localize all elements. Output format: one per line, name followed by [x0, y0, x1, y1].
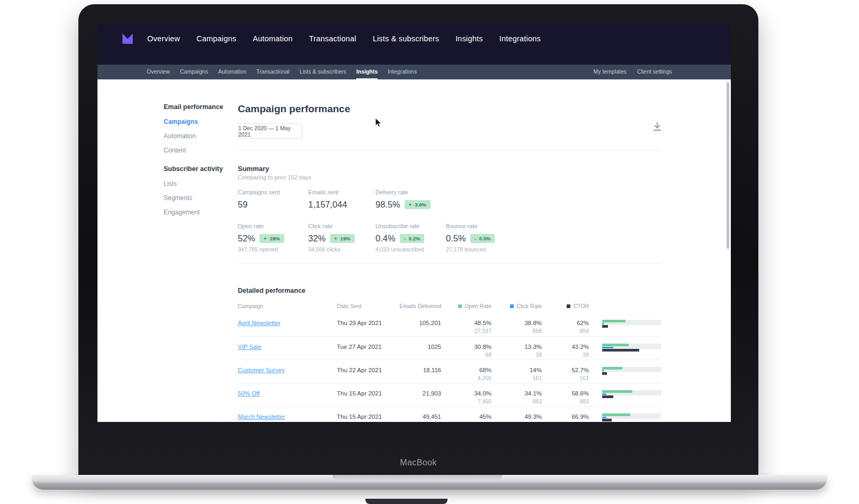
ctor-cell: 66.9%2,504	[542, 407, 589, 422]
date-sent: Thu 15 Apr 2021	[337, 383, 395, 406]
metric-bounce-rate: Bounce rate 0.5%-0.5% 27,178 bounced	[446, 223, 515, 253]
col-campaign: Campaign	[238, 303, 337, 309]
rate-bars-chart	[602, 390, 661, 399]
col-emails-delivered: Emails Delivered	[395, 303, 441, 309]
campaign-link[interactable]: Customer Survey	[238, 367, 285, 373]
metric-label: Campaigns sent	[238, 189, 307, 195]
subnav-insights-active[interactable]: Insights	[356, 65, 378, 79]
delta-badge: -0.2%	[400, 234, 425, 243]
sidebar-item-automation[interactable]: Automation	[164, 132, 235, 140]
date-range-picker[interactable]: 1 Dec 2020 — 1 May 2021	[238, 123, 302, 139]
my-templates-link[interactable]: My templates	[594, 65, 627, 79]
laptop-base	[32, 475, 827, 490]
metric-value: 52%	[238, 233, 255, 243]
click-rate-cell: 34.1%883	[491, 383, 542, 406]
open-rate-cell: 30.8%88	[441, 337, 491, 359]
emails-delivered: 105,201	[395, 313, 441, 336]
nav-campaigns[interactable]: Campaigns	[196, 31, 236, 46]
metric-value: 0.5%	[446, 233, 466, 243]
sidebar-item-segments[interactable]: Segments	[164, 194, 235, 202]
subnav-automation[interactable]: Automation	[218, 65, 246, 79]
date-sent: Thu 29 Apr 2021	[337, 313, 395, 336]
date-sent: Thu 15 Apr 2021	[337, 407, 395, 422]
download-report-button[interactable]	[651, 121, 663, 132]
col-date-sent: Date Sent	[337, 303, 395, 309]
divider	[238, 263, 661, 264]
macbook-brand-label: MacBook	[78, 458, 758, 467]
download-icon	[651, 121, 663, 132]
ctor-cell: 43.2%38	[542, 337, 589, 359]
table-row: March Newsletter Thu 15 Apr 2021 49,451 …	[238, 406, 661, 422]
nav-lists-subscribers[interactable]: Lists & subscribers	[373, 31, 439, 46]
subnav-campaigns[interactable]: Campaigns	[180, 65, 208, 79]
sidebar-title-email-performance: Email performance	[164, 103, 235, 111]
table-header: Campaign Date Sent Emails Delivered Open…	[238, 299, 661, 313]
nav-transactional[interactable]: Transactional	[309, 31, 356, 46]
detailed-performance-heading: Detailed performance	[238, 287, 306, 294]
metric-label: Click rate	[308, 223, 377, 229]
rate-bars-chart	[602, 366, 661, 375]
rate-bars-chart	[602, 413, 661, 422]
open-rate-cell: 45%15,662	[441, 407, 491, 422]
subnav-overview[interactable]: Overview	[147, 65, 170, 79]
emails-delivered: 49,451	[395, 407, 441, 422]
campaign-link[interactable]: VIP Sale	[238, 344, 262, 350]
metric-value: 59	[238, 200, 247, 209]
subnav-lists-subscribers[interactable]: Lists & subscribers	[300, 65, 346, 79]
emails-delivered: 18,116	[395, 360, 441, 383]
nav-insights[interactable]: Insights	[455, 31, 483, 46]
date-sent: Thu 22 Apr 2021	[337, 360, 395, 383]
ctor-cell: 52.7%161	[542, 360, 589, 383]
nav-overview[interactable]: Overview	[147, 31, 180, 46]
delta-badge: +19%	[330, 234, 355, 243]
open-rate-cell: 34.0%7,450	[441, 383, 491, 406]
col-open-rate: Open Rate	[441, 303, 491, 309]
open-rate-cell: 48.5%27,537	[441, 313, 491, 336]
rate-bars-chart	[602, 319, 661, 328]
campaign-link[interactable]: March Newsletter	[238, 413, 285, 420]
mouse-cursor	[375, 118, 382, 128]
col-click-rate: Click Rate	[491, 303, 542, 309]
table-row: 50% Off Thu 15 Apr 2021 21,903 34.0%7,45…	[238, 383, 661, 406]
primary-nav-items: Overview Campaigns Automation Transactio…	[147, 31, 541, 46]
metric-unsubscribe-rate: Unsubscribe rate 0.4%-0.2% 4,033 unsubsc…	[375, 223, 444, 253]
subnav-integrations[interactable]: Integrations	[388, 65, 417, 79]
insights-sidebar: Email performance Campaigns Automation C…	[164, 103, 235, 223]
table-row: Customer Survey Thu 22 Apr 2021 18,116 6…	[238, 359, 661, 383]
scrollbar-thumb[interactable]	[727, 82, 729, 249]
app-window: Overview Campaigns Automation Transactio…	[97, 24, 731, 422]
delta-badge: -0.5%	[470, 234, 495, 243]
campaign-link[interactable]: April Newsletter	[238, 320, 281, 326]
subnav-transactional[interactable]: Transactional	[256, 65, 290, 79]
click-rate-legend-icon	[510, 304, 514, 308]
metric-delivery-rate: Delivery rate 98.5%+3.6%	[375, 189, 444, 210]
sidebar-section-subscriber-activity: Subscriber activity Lists Segments Engag…	[164, 165, 235, 216]
ctor-legend-icon	[567, 304, 570, 308]
nav-integrations[interactable]: Integrations	[499, 31, 541, 46]
laptop-screen: Overview Campaigns Automation Transactio…	[78, 4, 758, 475]
page-title: Campaign performance	[238, 103, 350, 115]
delta-badge: +28%	[260, 234, 284, 243]
open-rate-legend-icon	[458, 304, 462, 308]
ctor-cell: 58.6%883	[542, 383, 589, 406]
brand-logo-icon[interactable]	[121, 32, 135, 46]
client-settings-link[interactable]: Client settings	[637, 65, 672, 79]
metric-campaigns-sent: Campaigns sent 59	[238, 189, 307, 210]
sidebar-item-content[interactable]: Content	[164, 147, 235, 154]
laptop-lid-notch	[333, 475, 502, 481]
nav-automation[interactable]: Automation	[253, 31, 292, 46]
sidebar-item-lists[interactable]: Lists	[164, 180, 235, 187]
open-rate-cell: 68%4,200	[441, 360, 491, 383]
sidebar-item-engagement[interactable]: Engagement	[164, 209, 235, 216]
metric-subvalue: 34,566 clicks	[308, 246, 377, 253]
summary-compare-note: Comparing to prior 152 days	[238, 174, 311, 181]
emails-delivered: 21,903	[395, 383, 441, 406]
click-rate-cell: 13.3%38	[491, 337, 542, 359]
sidebar-item-campaigns[interactable]: Campaigns	[164, 118, 235, 125]
click-rate-cell: 38.8%858	[491, 313, 542, 336]
ctor-cell: 62%858	[542, 313, 589, 336]
metric-value: 1,157,044	[308, 200, 347, 209]
metric-value: 0.4%	[375, 233, 396, 243]
metric-value: 32%	[308, 233, 326, 243]
campaign-link[interactable]: 50% Off	[238, 390, 260, 397]
